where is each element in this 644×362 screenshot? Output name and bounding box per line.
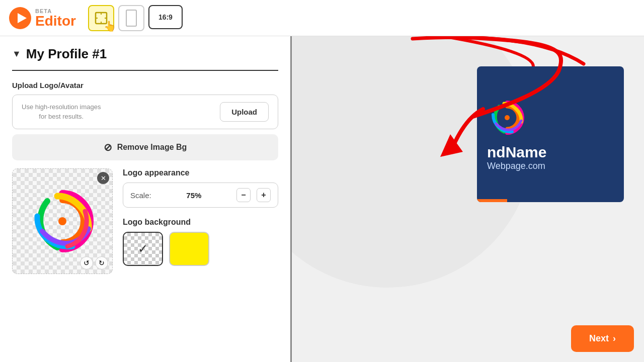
logo-bg-yellow-option[interactable] bbox=[169, 232, 209, 266]
logo-settings-panel: Logo appearance Scale: 75% − + Logo back… bbox=[123, 168, 278, 266]
rotate-clockwise-button[interactable]: ↻ bbox=[95, 256, 108, 269]
right-panel: ndName Webpage.com Next › bbox=[292, 36, 644, 362]
upload-button[interactable]: Upload bbox=[220, 102, 269, 122]
svg-rect-7 bbox=[126, 10, 136, 26]
next-chevron-icon: › bbox=[613, 333, 616, 344]
upload-hint-text: Use high-resolution images for best resu… bbox=[22, 103, 101, 121]
scale-value: 75% bbox=[157, 191, 230, 200]
aspect-ratio-buttons: 👆 16:9 bbox=[88, 5, 183, 31]
header: BETA Editor 👆 16:9 bbox=[0, 0, 644, 36]
app-title-area: BETA Editor bbox=[35, 8, 76, 28]
logo-bg-transparent-option[interactable]: ✓ bbox=[123, 232, 163, 266]
scale-increase-button[interactable]: + bbox=[257, 188, 271, 202]
logo-rotate-buttons: ↺ ↻ bbox=[80, 256, 108, 269]
remove-bg-label: Remove Image Bg bbox=[117, 143, 187, 152]
app-name: Editor bbox=[35, 14, 76, 28]
preview-card: ndName Webpage.com bbox=[477, 66, 624, 202]
logo-controls-row: ✕ ↺ ↻ Logo appearance Scale: 75% − + Log… bbox=[12, 168, 278, 274]
selected-checkmark-icon: ✓ bbox=[138, 242, 148, 256]
logo-area: BETA Editor bbox=[8, 6, 76, 30]
upload-area: Use high-resolution images for best resu… bbox=[12, 95, 278, 129]
logo-bg-label: Logo background bbox=[123, 218, 278, 227]
scale-label: Scale: bbox=[130, 191, 151, 200]
collapse-chevron-icon[interactable]: ▼ bbox=[12, 49, 21, 59]
scale-control: Scale: 75% − + bbox=[123, 183, 278, 208]
left-panel: ▼ My Profile #1 Upload Logo/Avatar Use h… bbox=[0, 36, 292, 362]
card-brand-name: ndName bbox=[487, 144, 546, 161]
card-url: Webpage.com bbox=[487, 161, 545, 171]
logo-bg-options: ✓ bbox=[123, 232, 278, 266]
next-button-label: Next bbox=[589, 333, 609, 344]
profile-divider bbox=[12, 70, 278, 71]
scale-decrease-button[interactable]: − bbox=[236, 188, 251, 202]
aspect-ratio-9-16-button[interactable] bbox=[118, 5, 144, 31]
rotate-counter-clockwise-button[interactable]: ↺ bbox=[80, 256, 93, 269]
aspect-169-label: 16:9 bbox=[158, 13, 173, 21]
upload-hint-line2: for best results. bbox=[39, 113, 84, 120]
remove-bg-button[interactable]: ⊘ Remove Image Bg bbox=[12, 134, 278, 160]
logo-preview-image bbox=[27, 186, 98, 256]
upload-hint-line1: Use high-resolution images bbox=[22, 103, 101, 111]
square-aspect-icon bbox=[94, 11, 108, 25]
logo-preview-box: ✕ ↺ ↻ bbox=[12, 168, 113, 274]
portrait-aspect-icon bbox=[126, 10, 137, 27]
card-logo-image bbox=[487, 98, 527, 138]
aspect-ratio-16-9-button[interactable]: 16:9 bbox=[148, 5, 183, 29]
logo-appearance-label: Logo appearance bbox=[123, 168, 278, 177]
next-button[interactable]: Next › bbox=[571, 325, 634, 352]
logo-remove-button[interactable]: ✕ bbox=[97, 172, 109, 184]
hatch-pattern-icon: ⊘ bbox=[104, 141, 112, 153]
main-layout: ▼ My Profile #1 Upload Logo/Avatar Use h… bbox=[0, 36, 644, 362]
aspect-ratio-1-1-button[interactable]: 👆 bbox=[88, 5, 114, 31]
svg-point-8 bbox=[58, 217, 66, 225]
upload-section-label: Upload Logo/Avatar bbox=[12, 81, 278, 89]
profile-title: My Profile #1 bbox=[26, 46, 107, 62]
profile-header: ▼ My Profile #1 bbox=[12, 46, 278, 62]
card-accent-bar bbox=[477, 199, 507, 202]
app-logo-icon bbox=[8, 6, 32, 30]
svg-point-10 bbox=[505, 115, 510, 120]
